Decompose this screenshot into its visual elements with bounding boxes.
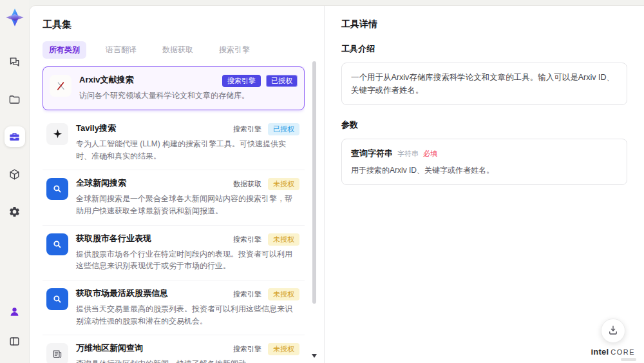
auth-status-badge: 未授权 — [268, 233, 299, 246]
user-avatar-icon — [8, 306, 21, 318]
sidebar-nav — [5, 52, 25, 301]
tool-badges: 搜索引擎 未授权 — [232, 288, 299, 300]
settings-gear-icon — [8, 206, 21, 218]
category-badge: 搜索引擎 — [232, 123, 263, 135]
tool-card-body: 万维地区新闻查询 搜索引擎 未授权 查询具体行政区划内的新闻，快速了解各地新闻动 — [76, 343, 299, 363]
chat-icon — [8, 56, 21, 68]
brand-sub-mark — [621, 358, 636, 361]
intro-heading: 工具介绍 — [341, 43, 627, 55]
tool-name: 获取股市各行业表现 — [76, 233, 151, 244]
param-type: 字符串 — [397, 149, 419, 159]
tool-name: 获取市场最活跃股票信息 — [76, 288, 168, 299]
sidebar — [0, 0, 29, 363]
category-badge: 搜索引擎 — [232, 288, 263, 300]
tool-details-panel: 工具详情 工具介绍 一个用于从Arxiv存储库搜索科学论文和文章的工具。输入可以… — [324, 6, 644, 363]
param-card: 查询字符串 字符串 必填 用于搜索的Arxiv ID、关键字或作者姓名。 — [341, 139, 627, 185]
category-badge: 数据获取 — [232, 178, 263, 190]
tool-badges: 搜索引擎 已授权 — [232, 123, 299, 135]
scrollbar[interactable] — [312, 61, 316, 357]
params-heading: 参数 — [341, 119, 627, 131]
panel-layout-icon — [8, 335, 21, 348]
auth-status-badge: 已授权 — [266, 75, 298, 87]
search-globe-icon — [46, 288, 68, 310]
intro-text: 一个用于从Arxiv存储库搜索科学论文和文章的工具。输入可以是Arxiv ID、… — [351, 71, 618, 97]
sidebar-item-chat[interactable] — [5, 52, 25, 72]
tool-card-body: 获取市场最活跃股票信息 搜索引擎 未授权 提供当天交易量最高的股票列表。投资者可… — [76, 288, 299, 327]
tool-card[interactable]: 获取市场最活跃股票信息 搜索引擎 未授权 提供当天交易量最高的股票列表。投资者可… — [43, 280, 305, 335]
toolbox-icon — [8, 131, 21, 143]
tool-description: 全球新闻搜索是一个聚合全球各大新闻网站内容的搜索引擎，帮助用户快速获取全球最新资… — [76, 193, 299, 217]
tool-card-body: 获取股市各行业表现 搜索引擎 未授权 提供股票市场各个行业在特定时间段内的表现。… — [76, 233, 299, 272]
category-tab[interactable]: 语言翻译 — [99, 41, 143, 59]
tool-card[interactable]: Tavily搜索 搜索引擎 已授权 专为人工智能代理 (LLM) 构建的搜索引擎… — [43, 115, 305, 170]
category-tab[interactable]: 数据获取 — [156, 41, 200, 59]
tool-description: 查询具体行政区划内的新闻，快速了解各地新闻动 — [76, 358, 299, 363]
tool-card[interactable]: 万维地区新闻查询 搜索引擎 未授权 查询具体行政区划内的新闻，快速了解各地新闻动 — [43, 335, 305, 363]
tool-list: Arxiv文献搜索 搜索引擎 已授权 访问各个研究领域大量科学论文和文章的存储库… — [43, 66, 305, 363]
tool-name: Tavily搜索 — [76, 123, 116, 134]
page-title: 工具集 — [43, 19, 305, 31]
tool-badges: 搜索引擎 未授权 — [232, 343, 299, 355]
tool-card[interactable]: 获取股市各行业表现 搜索引擎 未授权 提供股票市场各个行业在特定时间段内的表现。… — [43, 226, 305, 280]
auth-status-badge: 未授权 — [268, 288, 299, 300]
tool-card-header: 万维地区新闻查询 搜索引擎 未授权 — [76, 343, 299, 355]
star-icon — [46, 123, 68, 145]
sidebar-item-panel-layout[interactable] — [5, 331, 25, 351]
bottom-right-dock: intel CORE — [591, 319, 635, 357]
auth-status-badge: 未授权 — [268, 178, 299, 190]
category-badge: 搜索引擎 — [232, 233, 263, 246]
tool-description: 提供股票市场各个行业在特定时间段内的表现。投资者可以利用这些信息来识别表现优于或… — [76, 248, 299, 272]
search-globe-icon — [46, 178, 68, 200]
arxiv-logo-icon — [50, 75, 71, 97]
category-badge: 搜索引擎 — [232, 343, 263, 355]
tool-description: 专为人工智能代理 (LLM) 构建的搜索引擎工具。可快速提供实时、准确和真实的结… — [76, 138, 299, 162]
folder-icon — [8, 93, 21, 106]
tool-card[interactable]: Arxiv文献搜索 搜索引擎 已授权 访问各个研究领域大量科学论文和文章的存储库… — [43, 66, 305, 110]
newspaper-icon — [46, 343, 68, 363]
sidebar-item-settings-gear[interactable] — [5, 201, 25, 222]
auth-status-badge: 未授权 — [268, 343, 299, 355]
tool-card-body: 全球新闻搜索 数据获取 未授权 全球新闻搜索是一个聚合全球各大新闻网站内容的搜索… — [76, 178, 299, 217]
tool-card-header: Tavily搜索 搜索引擎 已授权 — [76, 123, 299, 135]
download-icon — [607, 324, 619, 338]
tool-badges: 搜索引擎 未授权 — [232, 233, 299, 246]
tool-card-body: Tavily搜索 搜索引擎 已授权 专为人工智能代理 (LLM) 构建的搜索引擎… — [76, 123, 299, 162]
sidebar-bottom — [5, 301, 25, 351]
intro-box: 一个用于从Arxiv存储库搜索科学论文和文章的工具。输入可以是Arxiv ID、… — [341, 63, 627, 105]
sidebar-item-package[interactable] — [5, 164, 25, 184]
sidebar-item-user-avatar[interactable] — [5, 301, 25, 322]
tool-card-header: 全球新闻搜索 数据获取 未授权 — [76, 178, 299, 190]
category-tab[interactable]: 所有类别 — [43, 41, 86, 59]
category-tabs: 所有类别语言翻译数据获取搜索引擎 — [43, 41, 305, 59]
tool-card-body: Arxiv文献搜索 搜索引擎 已授权 访问各个研究领域大量科学论文和文章的存储库… — [79, 75, 298, 102]
tool-badges: 搜索引擎 已授权 — [222, 75, 298, 87]
category-tab[interactable]: 搜索引擎 — [213, 41, 256, 59]
auth-status-badge: 已授权 — [268, 123, 299, 135]
scrollbar-thumb[interactable] — [312, 61, 316, 304]
details-title: 工具详情 — [341, 19, 627, 30]
sidebar-item-toolbox[interactable] — [5, 126, 25, 147]
tool-card[interactable]: 全球新闻搜索 数据获取 未授权 全球新闻搜索是一个聚合全球各大新闻网站内容的搜索… — [43, 170, 305, 225]
app-logo gem-logo-icon — [4, 6, 26, 28]
tool-card-header: Arxiv文献搜索 搜索引擎 已授权 — [79, 75, 298, 87]
tool-card-header: 获取市场最活跃股票信息 搜索引擎 未授权 — [76, 288, 299, 300]
tool-badges: 数据获取 未授权 — [232, 178, 299, 190]
brand-intel: intel — [591, 347, 609, 357]
main-content: 工具集 所有类别语言翻译数据获取搜索引擎 Arxiv文献搜索 搜索引擎 已授权 … — [29, 5, 644, 363]
param-header: 查询字符串 字符串 必填 — [351, 148, 618, 159]
intel-core-logo: intel CORE — [591, 347, 635, 357]
tool-name: 万维地区新闻查询 — [76, 343, 143, 354]
param-description: 用于搜索的Arxiv ID、关键字或作者姓名。 — [351, 165, 618, 176]
param-required-badge: 必填 — [423, 149, 437, 159]
tool-name: 全球新闻搜索 — [76, 178, 126, 189]
tool-description: 访问各个研究领域大量科学论文和文章的存储库。 — [79, 90, 298, 102]
sidebar-item-folder[interactable] — [5, 89, 25, 110]
tool-name: Arxiv文献搜索 — [79, 75, 134, 86]
download-button[interactable] — [601, 319, 625, 343]
tool-card-header: 获取股市各行业表现 搜索引擎 未授权 — [76, 233, 299, 246]
package-icon — [8, 168, 21, 181]
scroll-down-icon[interactable] — [312, 354, 317, 358]
search-globe-icon — [46, 233, 68, 255]
param-name: 查询字符串 — [351, 148, 393, 159]
tool-description: 提供当天交易量最高的股票列表。投资者可以利用这些信息来识别流动性强的股票和潜在的… — [76, 303, 299, 327]
